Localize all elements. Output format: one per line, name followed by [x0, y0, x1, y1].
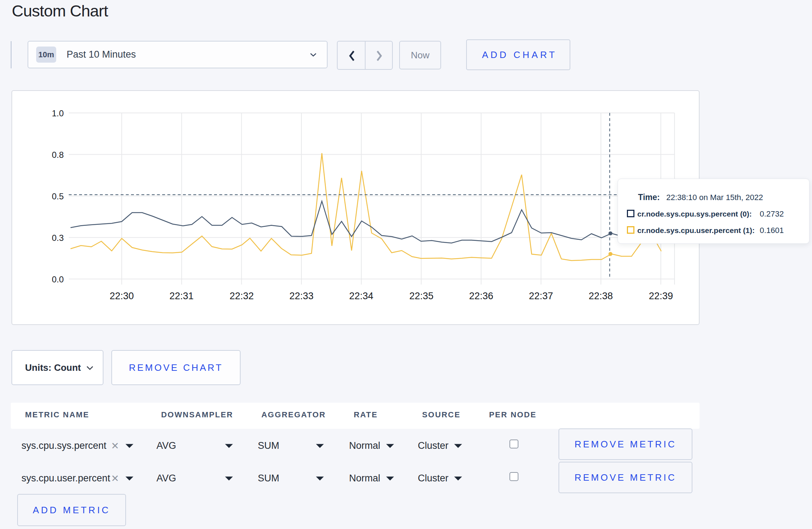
svg-text:0.3: 0.3 — [52, 233, 64, 243]
svg-text:22:31: 22:31 — [169, 291, 194, 301]
svg-text:22:36: 22:36 — [469, 291, 493, 301]
svg-text:22:39: 22:39 — [649, 291, 673, 301]
svg-text:0.8: 0.8 — [52, 150, 64, 160]
svg-text:22:32: 22:32 — [229, 291, 254, 301]
svg-text:22:35: 22:35 — [409, 291, 434, 301]
svg-text:22:33: 22:33 — [289, 291, 314, 301]
svg-text:22:30: 22:30 — [110, 291, 134, 301]
svg-text:0.0: 0.0 — [52, 275, 64, 284]
svg-text:22:34: 22:34 — [349, 291, 373, 301]
svg-text:1.0: 1.0 — [52, 108, 64, 118]
svg-text:0.5: 0.5 — [52, 191, 64, 201]
svg-text:22:38: 22:38 — [589, 291, 613, 301]
svg-text:22:37: 22:37 — [529, 291, 553, 301]
